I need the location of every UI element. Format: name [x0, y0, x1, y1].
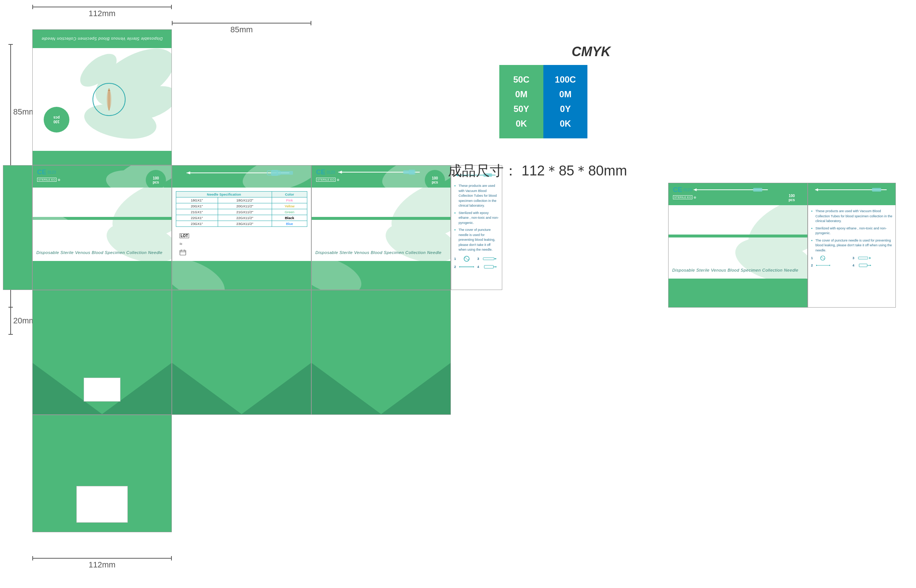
side-extra-bullet-2: Sterilized with epoxy ethane , non-toxic… [811, 226, 892, 236]
panel-side-extra: These products are used with Vacuum Bloo… [808, 183, 896, 308]
panel-side-left [3, 165, 32, 290]
side-extra-bullets: These products are used with Vacuum Bloo… [811, 209, 892, 253]
calendar-symbol [179, 249, 189, 257]
svg-point-9 [103, 187, 171, 253]
bullet-1: These products are used with Vacuum Bloo… [454, 184, 499, 208]
panel-back-right-badge-unit: pcs [788, 198, 795, 202]
dim-bottom-112: 112mm [32, 558, 172, 570]
svg-rect-45 [753, 188, 762, 192]
back-sterile-badge: STERILE EO [316, 178, 336, 182]
svg-marker-27 [338, 171, 342, 174]
instr-3: 3 [477, 255, 499, 262]
svg-rect-58 [859, 264, 867, 267]
center-triangle-area [172, 363, 311, 414]
bottom-hole [84, 378, 120, 402]
size-label: 成品尺寸： 112＊85＊80mm [448, 162, 627, 180]
spec1-21g: 21GX1" [176, 209, 218, 215]
back-green-stripe [312, 217, 451, 220]
back-main: Disposable Sterile Venous Blood Specimen… [312, 187, 451, 261]
panel-side-right: These products are used with Vacuum Bloo… [451, 165, 502, 290]
top-panel-green-stripe: Disposable Sterile Venous Blood Specimen… [33, 30, 171, 48]
dim-20mm: 20mm [10, 307, 36, 335]
bullet-2: Sterilized with epoxy ethane , non-toxic… [454, 211, 499, 226]
front-no-reuse-icon: ⊗ [58, 178, 61, 182]
cmyk-blue-y: 0Y [560, 104, 570, 114]
main-container: 112mm 85mm 85mm 80mm 20mm 112mm Disposab… [0, 0, 916, 588]
svg-marker-56 [816, 265, 817, 266]
spec2-20g: 20GX11/2" [218, 204, 272, 209]
panel-front: CE 0123 STERILE EO ⊗ 100 pcs [32, 165, 172, 290]
back-needle-area [333, 168, 430, 176]
side-extra-bullet-1: These products are used with Vacuum Bloo… [811, 209, 892, 224]
svg-point-22 [172, 261, 231, 290]
spec1-20g: 20GX1" [176, 204, 218, 209]
svg-rect-26 [409, 170, 415, 175]
side-extra-instr-icon-3 [858, 255, 872, 261]
panel-back-right-ce-text: CE [673, 186, 682, 194]
right-triangle-area [312, 363, 451, 414]
top-panel-main: 100 pcs [33, 48, 171, 151]
back-badge-count: 100 [432, 176, 438, 180]
instr-4: 4 [477, 263, 499, 270]
cmyk-teal-c: 50C [513, 74, 530, 85]
panel-bb [32, 415, 172, 532]
cmyk-blue-c: 100C [555, 74, 576, 85]
temp-symbol: ≈ [179, 241, 189, 247]
panel-back-right-badge: 100 pcs [782, 187, 802, 205]
cmyk-section: CMYK 50C 0M 50Y 0K 100C 0M 0Y 0K [499, 44, 683, 138]
panel-side-extra-top [808, 183, 895, 205]
table-row: 18GX1" 18GX11/2" Pink [176, 197, 307, 204]
instr-icon-4 [482, 263, 497, 270]
panel-side-extra-content: These products are used with Vacuum Bloo… [808, 205, 895, 272]
panel-back-right-icon: ⊗ [693, 195, 696, 199]
svg-marker-40 [473, 266, 474, 268]
instr-num-1: 1 [454, 257, 458, 261]
right-side-panels-group: CE 0123 STERILE EO ⊗ [668, 183, 896, 308]
back-badge-unit: pcs [432, 180, 438, 184]
top-panel-badge: 100 pcs [44, 107, 69, 132]
side-extra-instruction-grid: 1 3 2 [811, 255, 892, 268]
front-green-stripe [33, 217, 171, 220]
cmyk-blue-k: 0K [560, 118, 571, 129]
side-extra-instr-num-4: 4 [853, 263, 856, 267]
side-extra-instr-icon-1 [816, 255, 830, 261]
panel-bottom-center [172, 290, 311, 415]
color-green: Green [272, 209, 307, 215]
side-extra-instr-num-3: 3 [853, 256, 856, 260]
top-panel-product-name: Disposable Sterile Venous Blood Specimen… [42, 37, 163, 41]
svg-marker-57 [829, 265, 830, 266]
cmyk-box-blue: 100C 0M 0Y 0K [543, 65, 587, 138]
front-main: Disposable Sterile Venous Blood Specimen… [33, 187, 171, 261]
svg-point-5 [107, 89, 111, 110]
cmyk-teal-y: 50Y [514, 104, 530, 114]
back-product-name: Disposable Sterile Venous Blood Specimen… [315, 250, 442, 255]
instr-icon-2 [459, 263, 474, 270]
spec2-21g: 21GX11/2" [218, 209, 272, 215]
panel-back: CE 0123 STERILE EO ⊗ [311, 165, 451, 290]
panel-back-right-badge-count: 100 [788, 194, 795, 198]
spec1-22g: 22GX1" [176, 215, 218, 221]
front-ce-text: CE [37, 168, 46, 176]
panel-back-right-needle [690, 185, 773, 194]
svg-marker-43 [496, 266, 497, 268]
front-product-name: Disposable Sterile Venous Blood Specimen… [36, 250, 163, 255]
svg-marker-37 [495, 258, 496, 260]
center-wave-bottom [172, 261, 311, 290]
color-blue: Blue [272, 221, 307, 227]
svg-rect-18 [180, 250, 186, 255]
front-product-name-area: Disposable Sterile Venous Blood Specimen… [36, 249, 168, 255]
spec2-22g: 22GX11/2" [218, 215, 272, 221]
center-main: Needle Specification Color 18GX1" 18GX11… [172, 187, 311, 261]
back-wave-bottom-svg [312, 261, 451, 290]
side-extra-instr-3: 3 [853, 255, 892, 261]
badge-pcs-unit: pcs [53, 116, 60, 120]
spec2-18g: 18GX11/2" [218, 197, 272, 204]
spec-table: Needle Specification Color 18GX1" 18GX11… [176, 191, 307, 227]
panel-center: Needle Specification Color 18GX1" 18GX11… [172, 165, 311, 290]
front-bottom-green [33, 261, 171, 290]
table-row: 22GX1" 22GX11/2" Black [176, 215, 307, 221]
badge-pcs-count: 100 [53, 120, 60, 124]
panel-top: Disposable Sterile Venous Blood Specimen… [32, 29, 172, 165]
svg-point-1 [117, 79, 171, 127]
cmyk-box-teal: 50C 0M 50Y 0K [499, 65, 543, 138]
